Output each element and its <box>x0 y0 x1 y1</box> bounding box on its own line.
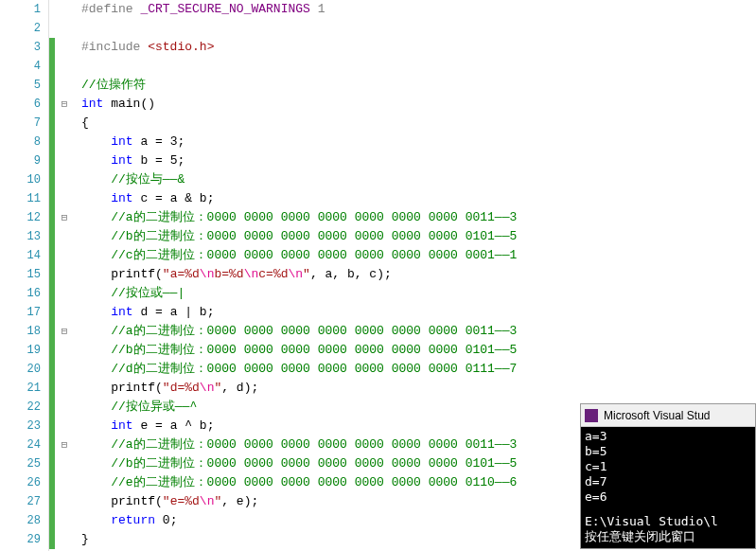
code-token: b = 5; <box>133 153 185 168</box>
code-token <box>81 134 111 149</box>
code-token <box>81 456 111 471</box>
code-token: \n <box>200 381 215 395</box>
code-line[interactable]: int b = 5; <box>74 151 756 170</box>
fold-toggle-icon[interactable] <box>55 208 74 227</box>
code-token: printf( <box>81 267 163 281</box>
console-prompt-line: 按任意键关闭此窗口 <box>585 529 751 544</box>
code-token: int <box>81 97 103 111</box>
code-token: 0; <box>155 513 177 527</box>
line-number: 15 <box>0 265 41 284</box>
line-number: 28 <box>0 511 41 530</box>
console-path-line: E:\Visual Studio\l <box>585 514 751 529</box>
code-token: " <box>303 267 310 281</box>
code-line[interactable]: //按位与——& <box>74 170 756 189</box>
fold-spacer <box>55 530 74 549</box>
code-token: //b的二进制位：0000 0000 0000 0000 0000 0000 0… <box>111 456 517 471</box>
code-token: 1 <box>310 2 325 16</box>
console-window[interactable]: Microsoft Visual Stud a=3b=5c=1d=7e=6E:\… <box>580 403 756 549</box>
code-line[interactable]: //c的二进制位：0000 0000 0000 0000 0000 0000 0… <box>74 246 756 265</box>
line-number: 12 <box>0 208 41 227</box>
code-token <box>81 324 111 338</box>
line-number: 20 <box>0 360 41 379</box>
fold-spacer <box>55 19 74 38</box>
code-token: //a的二进制位：0000 0000 0000 0000 0000 0000 0… <box>111 437 517 452</box>
code-line[interactable]: int c = a & b; <box>74 189 756 208</box>
code-token <box>81 362 111 376</box>
line-number: 27 <box>0 492 41 511</box>
code-line[interactable]: //a的二进制位：0000 0000 0000 0000 0000 0000 0… <box>74 322 756 341</box>
fold-toggle-icon[interactable] <box>55 435 74 454</box>
fold-column[interactable] <box>55 0 74 551</box>
code-line[interactable]: //d的二进制位：0000 0000 0000 0000 0000 0000 0… <box>74 360 756 379</box>
fold-toggle-icon[interactable] <box>55 322 74 341</box>
code-token: \n <box>244 267 259 281</box>
code-token: a = 3; <box>133 134 185 149</box>
code-line[interactable] <box>74 19 756 38</box>
code-token <box>81 210 111 224</box>
console-output-line: c=1 <box>585 459 751 474</box>
line-number: 26 <box>0 473 41 492</box>
code-line[interactable]: //按位或——| <box>74 284 756 303</box>
code-token: //位操作符 <box>81 78 146 92</box>
line-number: 29 <box>0 530 41 549</box>
code-token: b=%d <box>214 267 243 281</box>
code-token: #define <box>81 2 140 16</box>
code-token <box>81 191 111 205</box>
code-line[interactable]: //位操作符 <box>74 76 756 95</box>
fold-spacer <box>55 511 74 530</box>
code-token: //a的二进制位：0000 0000 0000 0000 0000 0000 0… <box>111 324 517 338</box>
code-token: "d=%d <box>163 381 200 395</box>
console-output-line: e=6 <box>585 489 751 505</box>
code-line[interactable]: //b的二进制位：0000 0000 0000 0000 0000 0000 0… <box>74 227 756 246</box>
vs-icon <box>585 409 598 422</box>
fold-spacer <box>55 246 74 265</box>
console-body[interactable]: a=3b=5c=1d=7e=6E:\Visual Studio\l按任意键关闭此… <box>581 427 755 548</box>
code-token: int <box>111 305 132 319</box>
fold-toggle-icon[interactable] <box>55 95 74 114</box>
code-token: { <box>81 116 89 130</box>
code-token <box>81 229 111 243</box>
code-token: d = a | b; <box>133 305 215 319</box>
code-token: , e); <box>221 494 258 508</box>
code-line[interactable]: int a = 3; <box>74 133 756 151</box>
code-token: main() <box>103 97 155 111</box>
code-token: //b的二进制位：0000 0000 0000 0000 0000 0000 0… <box>111 229 517 243</box>
code-token <box>81 305 111 319</box>
code-line[interactable]: int main() <box>74 95 756 114</box>
fold-spacer <box>55 38 74 57</box>
code-token: //按位与——& <box>111 172 185 187</box>
line-number: 25 <box>0 454 41 473</box>
fold-spacer <box>55 341 74 360</box>
code-token <box>81 513 111 527</box>
code-token: c = a & b; <box>133 191 215 205</box>
code-token: \n <box>289 267 304 281</box>
code-token: int <box>111 418 132 433</box>
line-number: 7 <box>0 114 41 133</box>
fold-spacer <box>55 454 74 473</box>
code-token: e = a ^ b; <box>133 418 215 433</box>
code-line[interactable]: //a的二进制位：0000 0000 0000 0000 0000 0000 0… <box>74 208 756 227</box>
code-line[interactable]: int d = a | b; <box>74 303 756 322</box>
fold-spacer <box>55 133 74 151</box>
code-token: _CRT_SECURE_NO_WARNINGS <box>140 2 309 16</box>
code-line[interactable]: #define _CRT_SECURE_NO_WARNINGS 1 <box>74 0 756 19</box>
line-number: 16 <box>0 284 41 303</box>
code-token <box>81 286 111 300</box>
code-line[interactable]: printf("d=%d\n", d); <box>74 379 756 398</box>
code-line[interactable] <box>74 57 756 76</box>
code-token: //c的二进制位：0000 0000 0000 0000 0000 0000 0… <box>111 248 517 262</box>
console-titlebar[interactable]: Microsoft Visual Stud <box>581 404 755 427</box>
fold-spacer <box>55 303 74 322</box>
code-token: <stdio.h> <box>148 40 214 54</box>
code-line[interactable]: printf("a=%d\nb=%d\nc=%d\n", a, b, c); <box>74 265 756 284</box>
code-token: , a, b, c); <box>310 267 392 281</box>
code-line[interactable]: { <box>74 114 756 133</box>
console-title-text: Microsoft Visual Stud <box>604 409 711 422</box>
console-output-line: d=7 <box>585 474 751 489</box>
code-token: #include <box>81 40 148 54</box>
code-line[interactable]: //b的二进制位：0000 0000 0000 0000 0000 0000 0… <box>74 341 756 360</box>
code-token: "a=%d <box>163 267 200 281</box>
code-line[interactable]: #include <stdio.h> <box>74 38 756 57</box>
line-number: 21 <box>0 379 41 398</box>
line-number: 23 <box>0 417 41 435</box>
